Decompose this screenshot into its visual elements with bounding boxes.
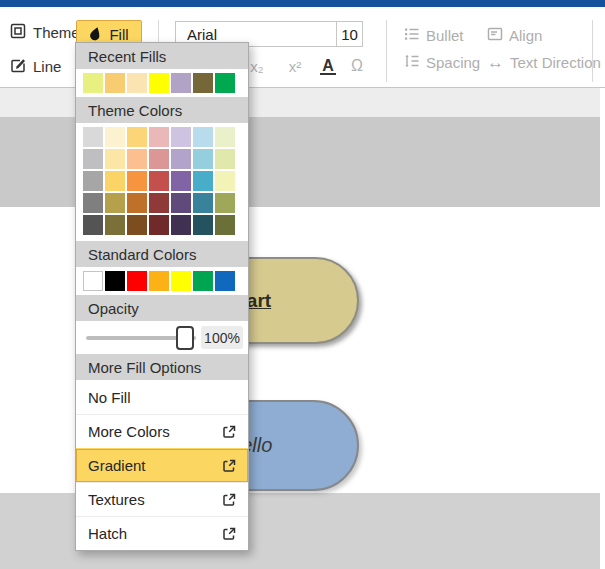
bullet-label: Bullet xyxy=(426,27,464,44)
spacing-button[interactable]: Spacing xyxy=(404,54,480,71)
theme-color-swatch[interactable] xyxy=(83,215,103,235)
opacity-slider-thumb[interactable] xyxy=(176,326,194,350)
theme-color-swatch[interactable] xyxy=(171,193,191,213)
theme-color-swatch[interactable] xyxy=(105,215,125,235)
text-direction-arrow-icon: ↔ xyxy=(487,56,504,70)
theme-color-swatch[interactable] xyxy=(83,149,103,169)
theme-color-swatch[interactable] xyxy=(171,171,191,191)
bullet-button[interactable]: Bullet xyxy=(404,27,464,44)
recent-fill-swatch[interactable] xyxy=(193,73,213,93)
theme-color-swatch[interactable] xyxy=(127,127,147,147)
standard-color-swatch[interactable] xyxy=(127,271,147,291)
standard-color-swatch[interactable] xyxy=(193,271,213,291)
fill-option-label: No Fill xyxy=(88,389,131,406)
line-button[interactable]: Line xyxy=(10,57,61,75)
fill-icon xyxy=(89,26,102,44)
text-direction-label: Text Direction xyxy=(510,54,601,71)
standard-color-swatch[interactable] xyxy=(105,271,125,291)
theme-color-swatch[interactable] xyxy=(215,215,235,235)
theme-color-row xyxy=(83,215,241,235)
external-link-icon xyxy=(222,459,236,473)
align-button[interactable]: Align xyxy=(487,27,542,44)
standard-color-swatch[interactable] xyxy=(215,271,235,291)
spacing-label: Spacing xyxy=(426,54,480,71)
fill-label: Fill xyxy=(109,26,128,43)
standard-colors-swatches xyxy=(76,267,248,295)
theme-colors-grid xyxy=(76,123,248,241)
font-color-button[interactable]: A xyxy=(316,55,340,77)
fill-option-more-colors[interactable]: More Colors xyxy=(76,414,248,448)
fill-option-gradient[interactable]: Gradient xyxy=(76,448,248,482)
theme-color-swatch[interactable] xyxy=(105,127,125,147)
opacity-control: 100% xyxy=(76,321,248,354)
theme-color-swatch[interactable] xyxy=(171,127,191,147)
bullet-list-icon xyxy=(404,27,420,44)
external-link-icon xyxy=(222,527,236,541)
font-color-label: A xyxy=(320,58,336,75)
theme-color-swatch[interactable] xyxy=(193,193,213,213)
theme-color-swatch[interactable] xyxy=(193,171,213,191)
theme-color-swatch[interactable] xyxy=(149,193,169,213)
opacity-value: 100% xyxy=(201,326,243,349)
recent-fill-swatch[interactable] xyxy=(83,73,103,93)
recent-fill-swatch[interactable] xyxy=(149,73,169,93)
theme-color-row xyxy=(83,149,241,169)
themes-icon xyxy=(10,23,26,42)
theme-color-swatch[interactable] xyxy=(149,127,169,147)
align-icon xyxy=(487,27,503,44)
theme-color-swatch[interactable] xyxy=(215,193,235,213)
fill-options-menu: No FillMore ColorsGradientTexturesHatch xyxy=(76,380,248,550)
theme-color-swatch[interactable] xyxy=(105,149,125,169)
font-size-input[interactable] xyxy=(336,21,363,47)
symbol-omega-button[interactable]: Ω xyxy=(345,55,369,77)
fill-dropdown-panel: Recent Fills Theme Colors Standard Color… xyxy=(75,42,249,551)
standard-color-swatch[interactable] xyxy=(83,271,103,291)
theme-color-swatch[interactable] xyxy=(149,149,169,169)
external-link-icon xyxy=(222,493,236,507)
theme-color-swatch[interactable] xyxy=(127,215,147,235)
top-accent-bar xyxy=(0,0,605,7)
theme-color-swatch[interactable] xyxy=(193,149,213,169)
theme-color-swatch[interactable] xyxy=(215,127,235,147)
theme-color-swatch[interactable] xyxy=(193,215,213,235)
standard-color-swatch[interactable] xyxy=(149,271,169,291)
toolbar-separator xyxy=(592,20,593,82)
theme-color-swatch[interactable] xyxy=(127,149,147,169)
theme-color-swatch[interactable] xyxy=(83,171,103,191)
recent-fill-swatch[interactable] xyxy=(215,73,235,93)
fill-option-hatch[interactable]: Hatch xyxy=(76,516,248,550)
theme-color-swatch[interactable] xyxy=(127,193,147,213)
standard-colors-header: Standard Colors xyxy=(76,241,248,267)
theme-color-swatch[interactable] xyxy=(83,193,103,213)
align-label: Align xyxy=(509,27,542,44)
fill-option-label: Hatch xyxy=(88,525,127,542)
superscript-button[interactable]: x² xyxy=(281,55,309,77)
recent-fill-swatch[interactable] xyxy=(105,73,125,93)
text-direction-button[interactable]: ↔ Text Direction xyxy=(487,54,601,71)
standard-color-swatch[interactable] xyxy=(171,271,191,291)
line-pencil-icon xyxy=(10,57,26,76)
theme-color-swatch[interactable] xyxy=(149,215,169,235)
fill-option-no-fill[interactable]: No Fill xyxy=(76,380,248,414)
external-link-icon xyxy=(222,425,236,439)
recent-fills-swatches xyxy=(76,69,248,97)
theme-color-swatch[interactable] xyxy=(215,149,235,169)
theme-color-row xyxy=(83,171,241,191)
recent-fill-swatch[interactable] xyxy=(127,73,147,93)
fill-option-label: Textures xyxy=(88,491,145,508)
recent-fill-swatch[interactable] xyxy=(171,73,191,93)
theme-color-swatch[interactable] xyxy=(105,171,125,191)
theme-color-swatch[interactable] xyxy=(193,127,213,147)
theme-color-swatch[interactable] xyxy=(127,171,147,191)
theme-color-swatch[interactable] xyxy=(171,149,191,169)
theme-color-swatch[interactable] xyxy=(215,171,235,191)
fill-option-textures[interactable]: Textures xyxy=(76,482,248,516)
fill-option-label: More Colors xyxy=(88,423,170,440)
theme-color-swatch[interactable] xyxy=(83,127,103,147)
more-fill-options-header: More Fill Options xyxy=(76,354,248,380)
theme-color-swatch[interactable] xyxy=(171,215,191,235)
toolbar-separator xyxy=(386,20,387,82)
theme-color-swatch[interactable] xyxy=(105,193,125,213)
theme-color-swatch[interactable] xyxy=(149,171,169,191)
theme-colors-header: Theme Colors xyxy=(76,97,248,123)
